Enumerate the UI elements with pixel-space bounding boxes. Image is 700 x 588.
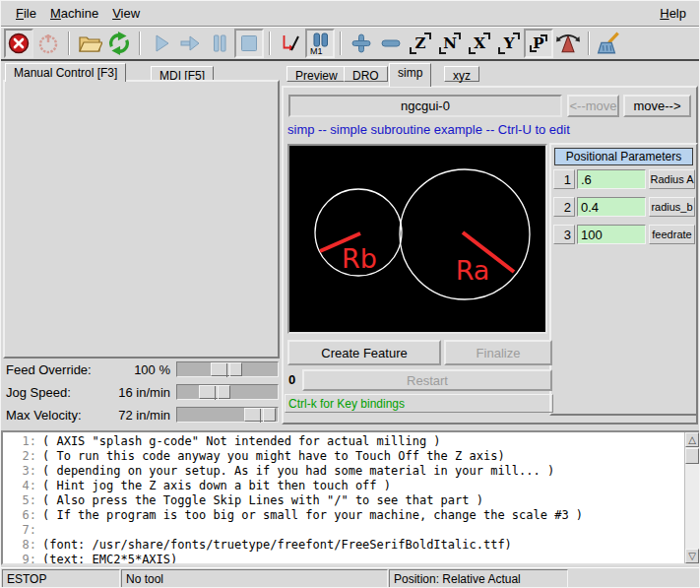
param-2-entry[interactable]: 0.4 bbox=[577, 197, 646, 217]
param-2-name: radius_b bbox=[649, 197, 695, 217]
menu-machine[interactable]: Machine bbox=[43, 3, 105, 24]
restart-button[interactable]: Restart bbox=[302, 369, 552, 391]
create-feature-button[interactable]: Create Feature bbox=[287, 340, 441, 365]
step-button[interactable] bbox=[175, 29, 205, 58]
tab-xyz[interactable]: xyz bbox=[444, 66, 479, 82]
estop-icon bbox=[7, 32, 31, 55]
stop-button[interactable] bbox=[234, 29, 264, 58]
gcode-line: 7: bbox=[7, 523, 699, 538]
bracket-mark bbox=[483, 33, 490, 39]
bracket-mark bbox=[410, 47, 416, 54]
scroll-down-icon[interactable]: ▽ bbox=[685, 549, 699, 563]
bracket-mark bbox=[454, 33, 461, 39]
pause-button[interactable] bbox=[205, 29, 234, 58]
subroutine-preview-drawing: Rb Ra bbox=[289, 146, 545, 332]
subroutine-description: simp -- simple subroutine example -- Ctr… bbox=[287, 122, 570, 137]
max-velocity-label: Max Velocity: bbox=[6, 408, 82, 423]
svg-text:M1: M1 bbox=[310, 46, 323, 55]
slider-handle[interactable] bbox=[211, 362, 242, 376]
zoom-in-icon bbox=[350, 32, 373, 55]
tab-simp[interactable]: simp bbox=[389, 63, 431, 87]
radius-a-label: Ra bbox=[456, 255, 490, 286]
slider-handle[interactable] bbox=[199, 385, 230, 399]
key-bindings-hint: Ctrl-k for Key bindings bbox=[285, 394, 553, 413]
gcode-scrollbar[interactable]: △ ▽ bbox=[684, 432, 699, 563]
zoom-in-button[interactable] bbox=[347, 29, 376, 58]
status-bar: ESTOP No tool Position: Relative Actual bbox=[1, 567, 700, 588]
menu-file[interactable]: File bbox=[9, 3, 43, 24]
bracket-mark bbox=[498, 47, 505, 54]
gcode-line: 1:( AXIS "splash g-code" Not intended fo… bbox=[7, 434, 699, 449]
reload-icon bbox=[106, 31, 132, 56]
zoom-out-icon bbox=[379, 32, 403, 55]
clear-plot-broom-icon bbox=[597, 31, 622, 56]
toolbar-separator bbox=[340, 32, 342, 55]
bracket-mark bbox=[439, 47, 446, 54]
move-right-button[interactable]: move--> bbox=[623, 95, 691, 117]
bracket-mark bbox=[530, 45, 537, 52]
open-file-button[interactable] bbox=[75, 29, 104, 58]
max-velocity-value: 72 in/min bbox=[101, 408, 170, 423]
max-velocity-slider[interactable] bbox=[176, 407, 279, 423]
positional-parameters-header: Positional Parameters bbox=[554, 148, 693, 165]
bracket-mark bbox=[541, 34, 547, 41]
slider-handle[interactable] bbox=[244, 408, 276, 422]
toolbar-separator bbox=[139, 32, 141, 55]
param-3-name: feedrate bbox=[649, 225, 695, 244]
feed-override-label: Feed Override: bbox=[6, 362, 92, 377]
machine-power-button[interactable] bbox=[33, 29, 63, 58]
gcode-line: 6:( If the program is too big or small f… bbox=[7, 508, 699, 523]
menu-view[interactable]: View bbox=[105, 3, 147, 24]
bracket-mark bbox=[513, 33, 520, 39]
toggle-skip-lines-button[interactable] bbox=[276, 29, 305, 58]
step-icon bbox=[178, 32, 202, 55]
tab-preview[interactable]: Preview bbox=[286, 66, 347, 82]
gcode-line: 9:(text: EMC2*5*AXIS) bbox=[7, 553, 699, 565]
tab-manual-control[interactable]: Manual Control [F3] bbox=[5, 63, 126, 82]
gcode-line: 4:( Hint jog the Z axis down a bit then … bbox=[7, 479, 699, 493]
reload-button[interactable] bbox=[104, 29, 134, 58]
toolbar-separator bbox=[269, 32, 271, 55]
menu-help[interactable]: Help bbox=[653, 3, 693, 24]
toolbar-separator bbox=[588, 32, 590, 55]
manual-control-frame bbox=[3, 80, 280, 359]
view-perspective-button[interactable]: P bbox=[524, 29, 553, 58]
gcode-line: 3:( depending on your setup. As if you h… bbox=[7, 464, 699, 479]
view-top-button[interactable]: Z bbox=[406, 29, 435, 58]
tab-dro[interactable]: DRO bbox=[344, 66, 388, 82]
stop-icon bbox=[237, 32, 261, 55]
zoom-out-button[interactable] bbox=[376, 29, 406, 58]
scroll-up-icon[interactable]: △ bbox=[685, 432, 699, 447]
radius-b-label: Rb bbox=[342, 243, 377, 274]
estop-button[interactable] bbox=[4, 29, 33, 58]
toolbar-separator bbox=[68, 32, 70, 55]
optional-pause-button[interactable]: M1 bbox=[305, 29, 335, 58]
param-1-entry[interactable]: .6 bbox=[577, 169, 646, 189]
axis-main-window: File Machine View Help bbox=[0, 0, 700, 588]
feed-override-value: 100 % bbox=[101, 362, 170, 377]
feature-count-label: 0 bbox=[288, 372, 295, 387]
jog-speed-label: Jog Speed: bbox=[6, 385, 71, 400]
rotate-view-button[interactable] bbox=[553, 29, 583, 58]
gcode-line: 2:( To run this code anyway you might ha… bbox=[7, 449, 699, 464]
jog-speed-slider[interactable] bbox=[176, 384, 279, 400]
status-tool: No tool bbox=[121, 569, 388, 588]
view-rotated-top-button[interactable]: N bbox=[435, 29, 465, 58]
ngcgui-preview-canvas[interactable]: Rb Ra bbox=[287, 144, 547, 334]
view-side-button[interactable]: X bbox=[465, 29, 494, 58]
feed-override-slider[interactable] bbox=[176, 361, 279, 377]
run-button[interactable] bbox=[146, 29, 175, 58]
scrollbar-thumb[interactable] bbox=[685, 448, 699, 464]
move-left-button[interactable]: <--move bbox=[567, 95, 619, 117]
finalize-button[interactable]: Finalize bbox=[444, 340, 552, 365]
status-position-mode: Position: Relative Actual bbox=[389, 569, 568, 588]
gcode-text-view[interactable]: 1:( AXIS "splash g-code" Not intended fo… bbox=[1, 430, 700, 565]
param-3-entry[interactable]: 100 bbox=[577, 225, 646, 244]
view-front-button[interactable]: Y bbox=[494, 29, 524, 58]
ngcgui-instance-field: ngcgui-0 bbox=[288, 95, 562, 117]
clear-plot-button[interactable] bbox=[595, 29, 624, 58]
param-1-index: 1 bbox=[553, 169, 575, 189]
gcode-line: 8:(font: /usr/share/fonts/truetype/freef… bbox=[7, 538, 699, 553]
machine-power-icon bbox=[36, 32, 60, 55]
status-machine-state: ESTOP bbox=[2, 569, 120, 588]
